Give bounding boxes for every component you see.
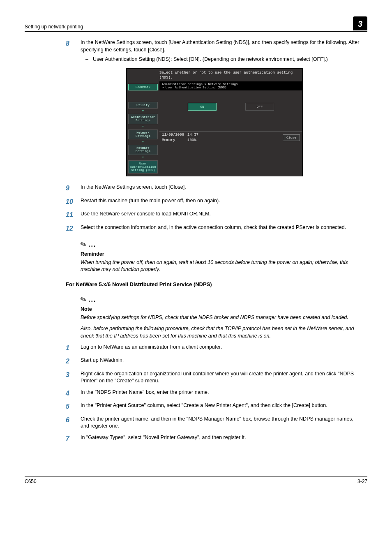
panel-footer: 11/09/2006 Memory 14:37 100% Close — [159, 131, 302, 143]
note-block: ✎... Note Before specifying settings for… — [66, 295, 363, 340]
step-number: 7 — [66, 434, 81, 443]
panel-time: 14:37 — [187, 132, 198, 138]
step-body: Use the NetWare server console to load M… — [81, 210, 363, 220]
admin-settings-button[interactable]: Administrator Settings — [128, 114, 158, 124]
panel-date: 11/09/2006 — [162, 132, 184, 138]
network-settings-button[interactable]: Network Settings — [128, 130, 158, 140]
step-body: Right-click the organization or organiza… — [81, 370, 363, 385]
chevron-down-icon: ▾ — [128, 156, 158, 160]
pencil-icon: ✎ — [79, 294, 88, 306]
step-body: Start up NWadmin. — [81, 357, 363, 366]
step-number: 4 — [66, 389, 81, 398]
step-b-3: 3 Right-click the organization or organi… — [66, 370, 363, 385]
user-auth-button[interactable]: User Authentication Setting (NDS) — [128, 160, 158, 174]
step-number: 8 — [66, 39, 81, 63]
step-number: 5 — [66, 402, 81, 411]
panel-memory-label: Memory — [162, 138, 184, 143]
on-off-row: ON OFF — [159, 90, 302, 131]
panel-memory-value: 100% — [187, 138, 198, 143]
footer-model: C650 — [25, 478, 37, 485]
page-header: Setting up network printing 3 — [25, 16, 367, 32]
reminder-block: ✎... Reminder When turning the power off… — [66, 240, 363, 273]
bookmark-button[interactable]: Bookmark — [128, 84, 158, 90]
step-b-2: 2 Start up NWadmin. — [66, 357, 363, 366]
netware-settings-button[interactable]: NetWare Settings — [128, 145, 158, 155]
panel-breadcrumb: Administrator Settings > NetWare Setting… — [159, 81, 302, 91]
step-number: 1 — [66, 344, 81, 353]
step-body: In the "Printer Agent Source" column, se… — [81, 402, 363, 411]
panel-sidebar: Bookmark Utility ▾ Administrator Setting… — [127, 81, 159, 176]
chapter-number: 3 — [353, 16, 367, 30]
step-body: Restart this machine (turn the main powe… — [81, 197, 363, 206]
note-body-1: Before specifying settings for NDPS, che… — [81, 314, 363, 321]
step-body: In the "NDPS Printer Name" box, enter th… — [81, 389, 363, 398]
pencil-icon: ✎ — [79, 239, 88, 251]
device-screenshot: Select whether or not to use the user au… — [126, 68, 303, 177]
section-heading: For NetWare 5.x/6 Novell Distributed Pri… — [66, 281, 363, 288]
on-button[interactable]: ON — [188, 103, 217, 111]
reminder-title: Reminder — [81, 251, 363, 258]
note-body-2: Also, before performing the following pr… — [81, 325, 363, 340]
step-body: Select the connection information and, i… — [81, 224, 363, 233]
step-number: 6 — [66, 416, 81, 430]
step-number: 3 — [66, 370, 81, 385]
step-number: 2 — [66, 357, 81, 366]
step-10: 10 Restart this machine (turn the main p… — [66, 197, 363, 206]
step-number: 9 — [66, 184, 81, 193]
step-body: Log on to NetWare as an administrator fr… — [81, 344, 363, 353]
footer-page: 3-27 — [357, 478, 367, 485]
page-footer: C650 3-27 — [25, 476, 367, 485]
chevron-down-icon: ▾ — [128, 109, 158, 113]
chevron-down-icon: ▾ — [128, 140, 158, 144]
ellipsis-icon: ... — [88, 241, 96, 248]
step-body: In the NetWare Settings screen, touch [C… — [81, 184, 363, 193]
note-title: Note — [81, 306, 363, 313]
step-b-7: 7 In "Gateway Types", select "Novell Pri… — [66, 434, 363, 443]
substep-text: User Authentication Setting (NDS): Selec… — [93, 56, 328, 63]
step-b-5: 5 In the "Printer Agent Source" column, … — [66, 402, 363, 411]
utility-button[interactable]: Utility — [128, 102, 158, 109]
off-button[interactable]: OFF — [245, 103, 274, 111]
step-12: 12 Select the connection information and… — [66, 224, 363, 233]
chevron-down-icon: ▾ — [128, 125, 158, 129]
substep: – User Authentication Setting (NDS): Sel… — [81, 56, 363, 63]
step-8: 8 In the NetWare Settings screen, touch … — [66, 39, 363, 63]
step-b-6: 6 Check the printer agent name, and then… — [66, 416, 363, 430]
close-button[interactable]: Close — [283, 134, 300, 141]
step-text: In the NetWare Settings screen, touch [U… — [81, 39, 359, 53]
ellipsis-icon: ... — [88, 296, 96, 303]
step-body: Check the printer agent name, and then i… — [81, 416, 363, 430]
panel-instruction: Select whether or not to use the user au… — [127, 69, 302, 81]
page-content: 8 In the NetWare Settings screen, touch … — [25, 39, 367, 443]
step-body: In "Gateway Types", select "Novell Print… — [81, 434, 363, 443]
step-9: 9 In the NetWare Settings screen, touch … — [66, 184, 363, 193]
step-b-1: 1 Log on to NetWare as an administrator … — [66, 344, 363, 353]
step-b-4: 4 In the "NDPS Printer Name" box, enter … — [66, 389, 363, 398]
step-number: 10 — [66, 197, 81, 206]
step-11: 11 Use the NetWare server console to loa… — [66, 210, 363, 220]
reminder-body: When turning the power off, then on agai… — [81, 259, 363, 273]
running-head: Setting up network printing — [25, 23, 83, 30]
step-number: 11 — [66, 210, 81, 220]
dash: – — [85, 56, 93, 63]
step-body: In the NetWare Settings screen, touch [U… — [81, 39, 363, 63]
step-number: 12 — [66, 224, 81, 233]
